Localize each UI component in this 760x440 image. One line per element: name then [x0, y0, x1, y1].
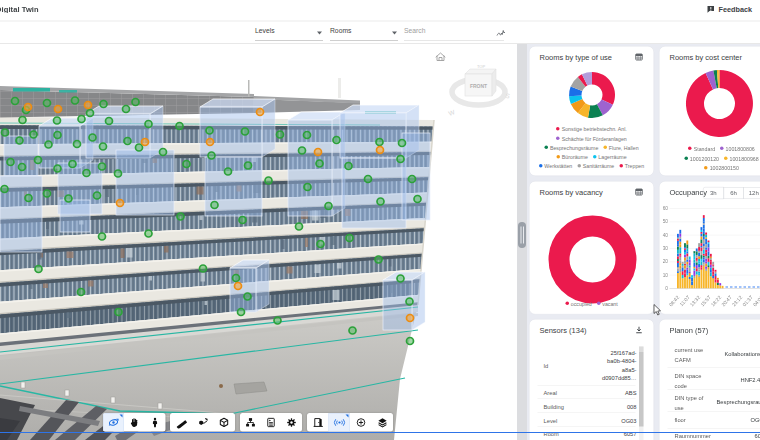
svg-text:20: 20 — [663, 259, 669, 264]
svg-text:08:42: 08:42 — [667, 294, 680, 307]
svg-text:60: 60 — [663, 206, 669, 211]
svg-text:04:02: 04:02 — [751, 294, 760, 307]
svg-text:40: 40 — [663, 233, 669, 238]
svg-text:30: 30 — [663, 246, 669, 251]
svg-text:20:47: 20:47 — [720, 294, 733, 307]
svg-text:18:22: 18:22 — [709, 294, 722, 307]
svg-text:10: 10 — [663, 273, 669, 278]
svg-text:13:32: 13:32 — [688, 294, 701, 307]
svg-text:15:57: 15:57 — [699, 294, 712, 307]
svg-text:01:37: 01:37 — [741, 294, 754, 307]
svg-text:0: 0 — [665, 286, 668, 291]
svg-text:11:07: 11:07 — [678, 294, 691, 307]
svg-text:TOP: TOP — [477, 64, 485, 69]
svg-text:50: 50 — [663, 219, 669, 224]
svg-text:FRONT: FRONT — [470, 83, 487, 89]
svg-text:23:12: 23:12 — [730, 294, 743, 307]
